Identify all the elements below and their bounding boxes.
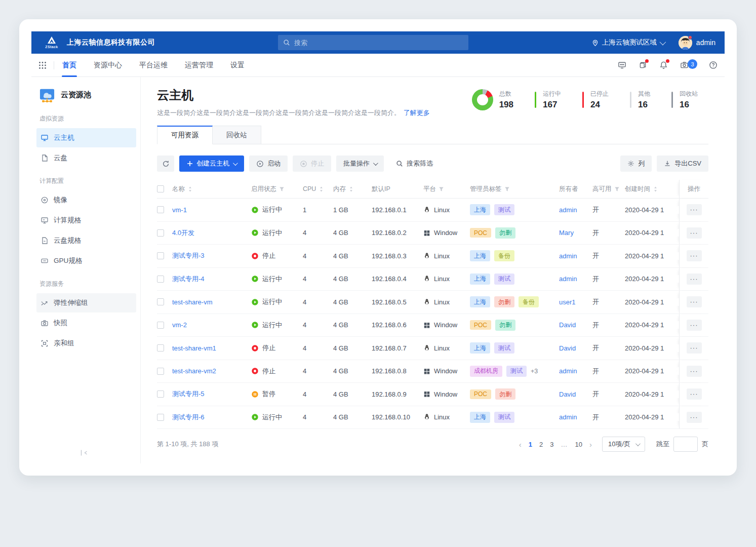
owner-link[interactable]: admin xyxy=(559,275,577,283)
row-actions-button[interactable]: ··· xyxy=(687,366,702,377)
vm-name-link[interactable]: 测试专用-6 xyxy=(172,413,205,422)
prev-page-icon[interactable]: ‹ xyxy=(519,440,522,449)
row-actions-button[interactable]: ··· xyxy=(687,274,702,285)
column-header-0[interactable]: 名称 xyxy=(172,185,251,193)
row-actions-button[interactable]: ··· xyxy=(687,250,702,261)
columns-button[interactable]: 列 xyxy=(620,155,652,172)
row-checkbox[interactable] xyxy=(157,322,164,329)
owner-link[interactable]: admin xyxy=(559,206,577,214)
tasks-icon[interactable] xyxy=(639,61,647,69)
notification-count-badge[interactable]: 3 xyxy=(688,59,697,69)
row-actions-button[interactable]: ··· xyxy=(687,388,702,400)
sort-icon[interactable] xyxy=(187,186,193,192)
owner-link[interactable]: admin xyxy=(559,413,577,421)
learn-more-link[interactable]: 了解更多 xyxy=(404,109,430,116)
nav-item-1[interactable]: 资源中心 xyxy=(94,54,122,77)
row-actions-button[interactable]: ··· xyxy=(687,227,702,239)
row-actions-button[interactable]: ··· xyxy=(687,204,702,215)
vm-name-link[interactable]: test-share-vm xyxy=(172,298,212,306)
row-actions-button[interactable]: ··· xyxy=(687,296,702,307)
sidebar-item[interactable]: 镜像 xyxy=(36,190,136,210)
sidebar-item[interactable]: 云盘规格 xyxy=(36,231,136,250)
filter-icon[interactable] xyxy=(504,186,510,192)
row-actions-button[interactable]: ··· xyxy=(687,412,702,423)
page-size-select[interactable]: 10项/页 xyxy=(602,437,645,452)
column-header-1[interactable]: 启用状态 xyxy=(251,185,303,193)
console-icon[interactable] xyxy=(618,61,626,69)
vm-name-link[interactable]: test-share-vm2 xyxy=(172,367,216,375)
row-checkbox[interactable] xyxy=(157,414,164,421)
refresh-button[interactable] xyxy=(157,155,174,172)
row-actions-button[interactable]: ··· xyxy=(687,320,702,331)
sidebar-item[interactable]: 亲和组 xyxy=(36,334,136,353)
vm-name-link[interactable]: 测试专用-4 xyxy=(172,275,205,284)
owner-link[interactable]: admin xyxy=(559,367,577,375)
row-checkbox[interactable] xyxy=(157,206,164,213)
global-search[interactable] xyxy=(278,35,468,50)
vm-name-link[interactable]: 测试专用-3 xyxy=(172,251,205,260)
batch-actions-button[interactable]: 批量操作 xyxy=(336,155,384,172)
filter-icon[interactable] xyxy=(439,186,444,192)
create-vm-button[interactable]: 创建云主机 xyxy=(179,155,244,172)
page-number-3[interactable]: 3 xyxy=(550,441,553,448)
owner-link[interactable]: user1 xyxy=(559,298,576,306)
next-page-icon[interactable]: › xyxy=(589,440,592,449)
user-menu[interactable]: admin xyxy=(679,36,715,50)
region-selector[interactable]: 上海云轴测试区域 xyxy=(591,38,664,47)
nav-item-0[interactable]: 首页 xyxy=(62,54,76,77)
bell-icon[interactable] xyxy=(659,61,668,69)
column-header-2[interactable]: CPU xyxy=(303,185,333,192)
filter-icon[interactable] xyxy=(279,186,285,192)
sidebar-item[interactable]: 云主机 xyxy=(36,128,136,147)
stop-button[interactable]: 停止 xyxy=(293,155,331,172)
nav-item-3[interactable]: 运营管理 xyxy=(185,54,213,77)
page-number-2[interactable]: 2 xyxy=(539,441,543,448)
row-checkbox[interactable] xyxy=(157,252,164,259)
owner-link[interactable]: David xyxy=(559,321,576,329)
row-checkbox[interactable] xyxy=(157,298,164,305)
column-header-9[interactable]: 创建时间 xyxy=(625,185,679,193)
sidebar-item[interactable]: 快照 xyxy=(36,314,136,333)
column-header-5[interactable]: 平台 xyxy=(423,185,470,193)
row-checkbox[interactable] xyxy=(157,368,164,375)
app-grid-icon[interactable] xyxy=(38,61,47,69)
column-header-6[interactable]: 管理员标签 xyxy=(470,185,559,193)
tab-0[interactable]: 可用资源 xyxy=(157,126,213,144)
page-number-10[interactable]: 10 xyxy=(575,441,582,448)
row-checkbox[interactable] xyxy=(157,229,164,237)
sidebar-item[interactable]: 云盘 xyxy=(36,148,136,168)
sort-icon[interactable] xyxy=(319,186,324,192)
sidebar-item[interactable]: 弹性伸缩组 xyxy=(36,293,136,312)
start-button[interactable]: 启动 xyxy=(249,155,288,172)
search-input[interactable] xyxy=(294,39,463,47)
row-checkbox[interactable] xyxy=(157,276,164,283)
column-header-3[interactable]: 内存 xyxy=(333,185,372,193)
vm-name-link[interactable]: test-share-vm1 xyxy=(172,344,216,352)
owner-link[interactable]: David xyxy=(559,344,576,352)
owner-link[interactable]: admin xyxy=(559,252,577,260)
row-checkbox[interactable] xyxy=(157,344,164,351)
vm-name-link[interactable]: vm-2 xyxy=(172,321,187,329)
row-actions-button[interactable]: ··· xyxy=(687,342,702,354)
jump-page-input[interactable] xyxy=(673,437,698,452)
vm-name-link[interactable]: 4.0开发 xyxy=(172,228,194,238)
export-csv-button[interactable]: 导出CSV xyxy=(657,155,708,172)
help-icon[interactable] xyxy=(709,61,718,69)
sidebar-item[interactable]: 计算规格 xyxy=(36,211,136,230)
filter-icon[interactable] xyxy=(614,186,620,192)
owner-link[interactable]: Mary xyxy=(559,229,574,237)
sort-icon[interactable] xyxy=(348,186,354,192)
select-all-checkbox[interactable] xyxy=(157,185,164,192)
nav-item-2[interactable]: 平台运维 xyxy=(139,54,168,77)
vm-name-link[interactable]: vm-1 xyxy=(172,206,187,214)
nav-item-4[interactable]: 设置 xyxy=(230,54,245,77)
row-checkbox[interactable] xyxy=(157,390,164,398)
column-header-8[interactable]: 高可用 xyxy=(592,185,625,193)
tab-1[interactable]: 回收站 xyxy=(213,126,261,144)
sidebar-item[interactable]: GPU规格 xyxy=(36,251,136,270)
page-number-1[interactable]: 1 xyxy=(529,441,532,448)
vm-name-link[interactable]: 测试专用-5 xyxy=(172,389,205,399)
collapse-sidebar-icon[interactable] xyxy=(80,449,88,456)
sort-icon[interactable] xyxy=(653,186,658,192)
search-filter-button[interactable]: 搜索筛选 xyxy=(396,159,433,168)
